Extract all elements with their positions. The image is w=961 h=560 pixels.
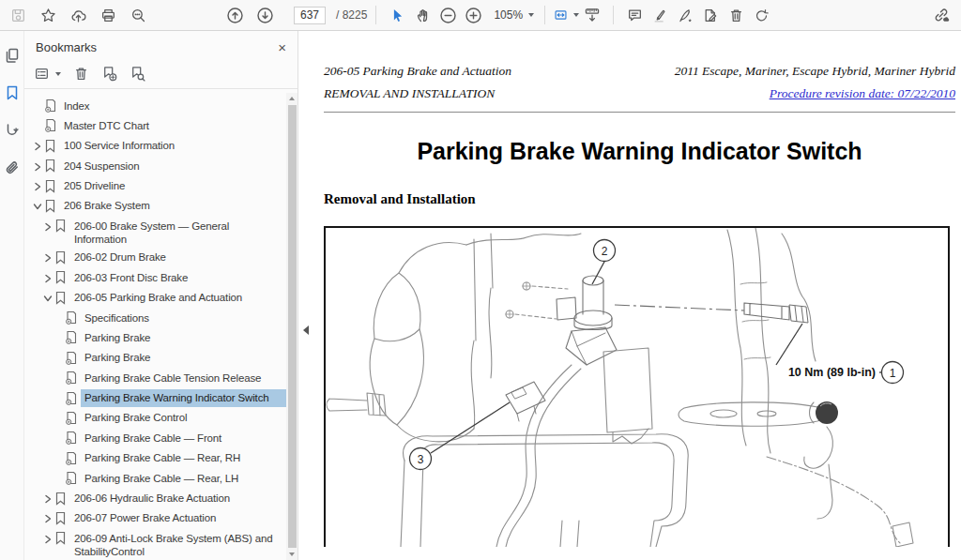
edit-page-icon[interactable] — [698, 4, 724, 27]
bookmark-icon — [44, 199, 60, 217]
trash-icon[interactable] — [724, 4, 749, 27]
zoom-out-icon[interactable] — [435, 4, 461, 27]
chevron-spacer — [51, 472, 65, 486]
zoom-in-icon[interactable] — [461, 4, 486, 27]
chevron-spacer — [51, 331, 65, 345]
print-icon[interactable] — [96, 4, 121, 27]
close-icon[interactable]: × — [278, 39, 286, 55]
chevron-spacer — [51, 392, 65, 406]
chevron-collapsed-icon[interactable] — [40, 512, 54, 526]
bookmark-item[interactable]: 206-03 Front Disc Brake — [24, 268, 286, 288]
page-icon — [65, 431, 81, 448]
add-bookmark-icon[interactable] — [99, 63, 119, 85]
scroll-down-icon[interactable] — [289, 552, 295, 556]
chevron-collapsed-icon[interactable] — [30, 159, 44, 174]
delete-bookmark-icon[interactable] — [71, 63, 91, 85]
doc-vehicle-label: 2011 Escape, Mariner, Escape Hybrid, Mar… — [675, 60, 955, 83]
bookmark-item[interactable]: Index — [24, 97, 286, 116]
bookmarks-panel-icon[interactable] — [1, 82, 23, 104]
collapse-left-icon — [303, 325, 309, 335]
page-icon — [65, 371, 81, 388]
page-down-icon[interactable] — [252, 4, 278, 27]
bookmark-item[interactable]: Parking Brake Control — [24, 409, 286, 429]
share-cloud-icon[interactable] — [66, 4, 91, 27]
fit-width-icon[interactable] — [554, 4, 579, 27]
bookmark-item[interactable]: 206-06 Hydraulic Brake Actuation — [24, 490, 286, 509]
chevron-collapsed-icon[interactable] — [30, 140, 44, 154]
bookmark-item[interactable]: 204 Suspension — [24, 157, 286, 176]
chevron-collapsed-icon[interactable] — [40, 219, 54, 234]
highlight-icon[interactable] — [648, 4, 673, 27]
bookmark-item[interactable]: Parking Brake Cable Tension Release — [24, 369, 286, 388]
bookmark-item[interactable]: Specifications — [24, 309, 286, 328]
bookmark-item[interactable]: 206 Brake System — [24, 197, 286, 217]
chevron-spacer — [51, 352, 65, 366]
page-icon — [44, 118, 60, 136]
toolbar: / 8225 105% — [0, 0, 961, 31]
chevron-collapsed-icon[interactable] — [40, 271, 54, 285]
callout-2-number: 2 — [602, 245, 608, 258]
rotate-page-icon[interactable] — [749, 4, 774, 27]
toolbar-separator — [375, 6, 376, 24]
procedure-revision-link[interactable]: Procedure revision date: 07/22/2010 — [675, 83, 955, 105]
chevron-collapsed-icon[interactable] — [30, 180, 44, 194]
bookmark-item[interactable]: 206-02 Drum Brake — [24, 249, 286, 268]
bookmark-item[interactable]: Parking Brake Warning Indicator Switch — [24, 389, 286, 409]
bookmark-item[interactable]: Parking Brake Cable — Rear, LH — [24, 469, 286, 489]
figure-diagram: 2 1 3 10 Nm (89 lb-in) — [324, 226, 950, 547]
bookmark-item[interactable]: Parking Brake — [24, 328, 286, 348]
search-icon[interactable] — [126, 4, 151, 27]
bookmark-item[interactable]: Parking Brake Cable — Rear, RH — [24, 449, 286, 469]
hand-tool-icon[interactable] — [410, 4, 435, 27]
continuous-scroll-icon[interactable] — [579, 4, 604, 27]
attachments-icon[interactable] — [1, 157, 23, 179]
doc-section-label: 206-05 Parking Brake and Actuation — [324, 60, 511, 83]
page-thumbnails-icon[interactable] — [1, 44, 23, 67]
page-nav-group: / 8225 — [222, 4, 367, 27]
chevron-expanded-icon[interactable] — [40, 292, 54, 306]
bookmark-icon — [54, 291, 70, 309]
chevron-collapsed-icon[interactable] — [40, 492, 54, 507]
bookmark-item[interactable]: 205 Driveline — [24, 177, 286, 197]
doc-subsection-label: REMOVAL AND INSTALLATION — [324, 83, 511, 105]
page-icon — [65, 330, 81, 348]
bookmark-item[interactable]: Parking Brake — [24, 349, 286, 369]
bookmark-item[interactable]: 206-00 Brake System — General Informatio… — [24, 217, 286, 249]
bookmark-item[interactable]: 206-09 Anti-Lock Brake System (ABS) and … — [24, 529, 286, 560]
share-link-icon[interactable] — [928, 4, 953, 27]
bookmark-item[interactable]: 100 Service Information — [24, 137, 286, 157]
bookmark-item[interactable]: Master DTC Chart — [24, 116, 286, 136]
bookmark-label: 206-03 Front Disc Brake — [70, 268, 286, 286]
bookmarks-scrollbar[interactable] — [286, 93, 297, 560]
scrollbar-thumb[interactable] — [288, 105, 297, 548]
bookmarks-panel-header: Bookmarks × — [24, 31, 297, 59]
chevron-collapsed-icon[interactable] — [40, 532, 54, 546]
star-icon[interactable] — [36, 4, 61, 27]
chevron-expanded-icon[interactable] — [30, 200, 44, 214]
bookmark-item[interactable]: Parking Brake Cable — Front — [24, 429, 286, 448]
page-up-icon[interactable] — [222, 4, 248, 27]
scroll-up-icon[interactable] — [289, 97, 295, 100]
bookmark-icon — [54, 492, 70, 509]
options-menu-icon[interactable] — [32, 63, 63, 85]
locate-bookmark-icon[interactable] — [128, 63, 147, 85]
page-icon — [65, 451, 81, 469]
chevron-spacer — [51, 371, 65, 386]
callout-1-number: 1 — [890, 367, 896, 380]
bookmark-item[interactable]: 206-07 Power Brake Actuation — [24, 509, 286, 529]
chevron-collapsed-icon[interactable] — [40, 251, 54, 265]
caret-down-icon — [528, 13, 534, 17]
destinations-icon[interactable] — [1, 119, 23, 142]
zoom-level-select[interactable]: 105% — [494, 8, 534, 22]
comment-icon[interactable] — [622, 4, 648, 27]
page-number-input[interactable] — [294, 7, 326, 24]
chevron-spacer — [30, 119, 44, 133]
bookmark-item[interactable]: 206-05 Parking Brake and Actuation — [24, 289, 286, 309]
sign-icon[interactable] — [673, 4, 698, 27]
bookmark-icon — [54, 270, 70, 288]
collapse-panel-button[interactable] — [299, 318, 312, 342]
save-icon[interactable] — [6, 4, 31, 27]
select-cursor-icon[interactable] — [385, 4, 410, 27]
zoom-level-value: 105% — [494, 8, 523, 22]
bookmark-icon — [54, 531, 70, 549]
